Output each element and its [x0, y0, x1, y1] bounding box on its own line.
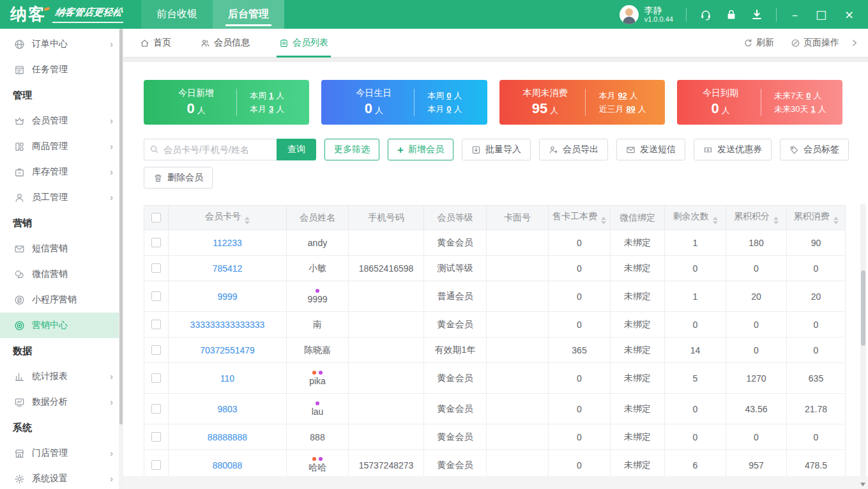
sidebar-section-data: 数据	[0, 338, 123, 364]
stat-card-expire-today: 今日到期0人未来7天0人未来30天1人	[677, 80, 842, 125]
member-tag-button[interactable]: 会员标签	[780, 139, 849, 160]
sidebar-item-staff-manage[interactable]: 员工管理›	[0, 185, 123, 210]
tag-dot	[312, 457, 316, 461]
cell-card-no: 88888888	[169, 424, 287, 450]
stat-card-sub-value-link[interactable]: 92	[618, 91, 627, 100]
sidebar-item-data-analysis[interactable]: 数据分析›	[0, 389, 123, 415]
page-operations-button[interactable]: 页面操作	[785, 37, 845, 49]
export-member-button[interactable]: 会员导出	[539, 139, 608, 160]
scrollbar-thumb[interactable]	[861, 270, 865, 346]
cell-card-fee: 0	[549, 363, 611, 394]
chevron-right-icon[interactable]	[850, 38, 859, 47]
cell-points: 1270	[726, 363, 787, 394]
member-card-no-link[interactable]: 112233	[213, 238, 242, 248]
column-header-points[interactable]: 累积积分	[726, 206, 787, 230]
more-filter-button[interactable]: 更多筛选	[324, 139, 379, 160]
sidebar-item-marketing-center[interactable]: 营销中心	[0, 313, 123, 338]
row-checkbox[interactable]	[151, 291, 161, 301]
sidebar-item-member-manage[interactable]: 会员管理›	[0, 108, 123, 134]
sidebar-item-inventory-manage[interactable]: 库存管理›	[0, 159, 123, 185]
search-icon	[149, 144, 159, 154]
stat-card-sub-value-link[interactable]: 0	[446, 104, 451, 114]
sidebar-item-miniprogram-marketing[interactable]: 小程序营销	[0, 287, 123, 313]
send-sms-button[interactable]: 发送短信	[616, 139, 685, 160]
member-card-no-link[interactable]: 333333333333333	[190, 320, 265, 330]
stat-card-birthday-today: 今日生日0人本周0人本月0人	[321, 80, 487, 125]
row-checkbox[interactable]	[151, 238, 161, 247]
scrollbar-down-arrow[interactable]	[860, 483, 865, 486]
add-member-button[interactable]: + 新增会员	[388, 139, 453, 160]
member-card-no-link[interactable]: 88888888	[208, 432, 247, 442]
nav-tab-front-cashier[interactable]: 前台收银	[141, 0, 213, 29]
cell-member-name: pika	[287, 363, 349, 394]
cell-spend: 0	[787, 338, 846, 363]
stat-card-sub-value-link[interactable]: 1	[811, 104, 815, 114]
cell-spend: 0	[787, 256, 846, 281]
column-header-remaining-times[interactable]: 剩余次数	[665, 206, 726, 230]
member-card-no-link[interactable]: 9803	[217, 404, 237, 414]
member-card-no-link[interactable]: 9999	[217, 291, 237, 302]
lock-icon[interactable]	[725, 8, 738, 21]
cell-level: 测试等级	[424, 256, 487, 281]
column-header-card-no[interactable]: 会员卡号	[169, 206, 287, 230]
tab-home[interactable]: 首页	[140, 29, 171, 58]
search-input[interactable]	[144, 139, 277, 160]
customer-service-icon[interactable]	[699, 8, 712, 21]
row-checkbox[interactable]	[151, 320, 161, 329]
cell-card-no: 9999	[169, 281, 287, 312]
sidebar-item-system-settings[interactable]: 系统设置›	[0, 466, 123, 489]
stat-card-sub-value-link[interactable]: 3	[269, 104, 273, 114]
delete-member-button[interactable]: 删除会员	[144, 167, 213, 189]
query-button[interactable]: 查询	[277, 139, 316, 160]
stat-card-sub-value-link[interactable]: 1	[269, 91, 273, 100]
sidebar-item-stats-report[interactable]: 统计报表›	[0, 364, 123, 389]
content-scrollbar[interactable]	[860, 204, 866, 479]
row-checkbox[interactable]	[151, 373, 161, 383]
divider	[414, 89, 415, 116]
sidebar-item-sms-marketing[interactable]: 短信营销	[0, 236, 123, 261]
stat-card-sub-value-link[interactable]: 0	[806, 91, 811, 100]
stat-card-value: 0人	[169, 100, 224, 117]
member-card-no-link[interactable]: 70372551479	[200, 345, 255, 355]
close-button[interactable]: ×	[842, 8, 857, 22]
member-card-no-link[interactable]: 110	[220, 373, 234, 384]
sidebar-item-order-center[interactable]: 订单中心›	[0, 31, 123, 57]
member-card-no-link[interactable]: 880088	[213, 460, 243, 470]
row-checkbox[interactable]	[151, 263, 161, 273]
download-icon[interactable]	[750, 8, 763, 21]
sidebar-item-task-manage[interactable]: 任务管理	[0, 57, 123, 82]
maximize-button[interactable]: □	[813, 8, 829, 22]
send-sms-label: 发送短信	[640, 144, 676, 155]
cell-remaining-times: 0	[665, 312, 726, 338]
tag-dot	[319, 371, 323, 375]
sidebar-item-goods-manage[interactable]: 商品管理›	[0, 134, 123, 159]
minimize-button[interactable]: –	[789, 8, 800, 22]
sidebar-item-store-manage[interactable]: 门店管理›	[0, 440, 123, 466]
stat-card-sub-value-link[interactable]: 0	[446, 91, 451, 100]
cell-wechat-bind: 未绑定	[611, 256, 665, 281]
user-avatar[interactable]	[620, 5, 639, 24]
chevron-right-icon: ›	[110, 39, 113, 49]
send-coupon-button[interactable]: 发送优惠券	[694, 139, 772, 160]
member-card-no-link[interactable]: 785412	[213, 263, 243, 274]
sidebar-item-wechat-marketing[interactable]: 微信营销	[0, 261, 123, 287]
tab-member-list[interactable]: 会员列表	[279, 29, 328, 58]
row-checkbox[interactable]	[151, 432, 161, 442]
sidebar-menu: 订单中心›任务管理管理会员管理›商品管理›库存管理›员工管理›营销短信营销微信营…	[0, 31, 123, 489]
column-header-spend[interactable]: 累积消费	[787, 206, 846, 230]
row-checkbox[interactable]	[151, 404, 161, 414]
batch-import-button[interactable]: 批量导入	[462, 139, 531, 160]
members-icon	[201, 38, 210, 48]
row-checkbox[interactable]	[151, 460, 161, 470]
toolbar: 查询 更多筛选 + 新增会员 批量导入	[123, 125, 868, 160]
row-checkbox[interactable]	[151, 345, 161, 355]
refresh-button[interactable]: 刷新	[738, 37, 780, 49]
nav-tab-backoffice[interactable]: 后台管理	[213, 0, 284, 29]
column-header-card-fee[interactable]: 售卡工本费	[549, 206, 611, 230]
sidebar-scrollbar[interactable]	[119, 29, 123, 489]
member-tag-dots	[287, 371, 348, 375]
tab-member-info[interactable]: 会员信息	[201, 29, 250, 58]
cell-level: 黄金会员	[424, 363, 487, 394]
select-all-checkbox[interactable]	[151, 213, 161, 222]
stat-card-sub-value-link[interactable]: 89	[626, 104, 635, 114]
